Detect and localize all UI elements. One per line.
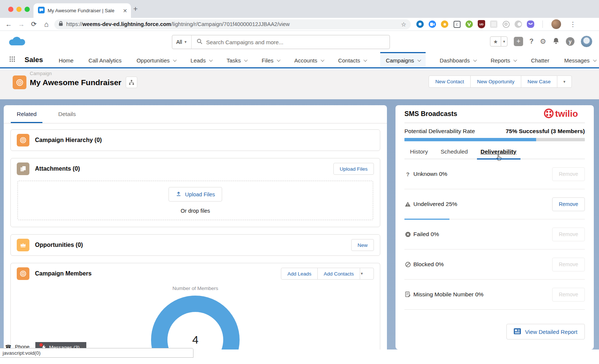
notifications-bell-icon[interactable] — [552, 37, 560, 46]
more-actions-caret-icon: ▼ — [563, 80, 566, 84]
salesforce-header: All▼ Search Campaigns and more... ★▼ + ?… — [0, 31, 599, 52]
tab-deliverability[interactable]: Deliverability — [481, 148, 517, 155]
new-contact-button[interactable]: New Contact — [429, 75, 471, 88]
new-opportunity-section-button[interactable]: New — [351, 239, 374, 251]
app-launcher-icon[interactable] — [9, 56, 15, 64]
help-icon[interactable]: ? — [529, 38, 534, 45]
extension-calendar-icon[interactable]: c — [453, 20, 461, 28]
extension-purple-icon[interactable] — [526, 20, 535, 28]
member-more-actions-button[interactable]: ▼ — [360, 268, 374, 280]
nav-item-files[interactable]: Files — [261, 52, 280, 67]
browser-tab[interactable]: My Awesome Fundraiser | Sale ✕ — [33, 3, 131, 18]
extension-grid-icon[interactable] — [490, 20, 498, 28]
campaign-hierarchy-icon — [17, 134, 29, 146]
header-actions: ★▼ + ? ⚙ y — [490, 36, 592, 47]
chevron-down-icon — [473, 58, 477, 62]
browser-menu-icon[interactable]: ⋮ — [570, 20, 576, 28]
extension-zoom-icon[interactable] — [428, 20, 436, 28]
toolbar-divider — [542, 20, 543, 28]
nav-item-messages[interactable]: Messages — [563, 52, 596, 67]
nav-item-accounts[interactable]: Accounts — [294, 52, 324, 67]
reload-icon[interactable]: ⟳ — [28, 20, 40, 28]
warning-icon — [404, 202, 411, 207]
bookmark-star-icon[interactable]: ☆ — [401, 21, 406, 28]
nav-item-opportunities[interactable]: Opportunities — [136, 52, 176, 67]
remove-button-4[interactable]: Remove — [552, 288, 585, 302]
remove-button-0[interactable]: Remove — [552, 167, 585, 181]
nav-item-chatter[interactable]: Chatter — [530, 52, 550, 67]
tab-title: My Awesome Fundraiser | Sale — [48, 8, 120, 13]
favorite-star-icon: ★ — [490, 37, 501, 46]
nav-item-tasks[interactable]: Tasks — [226, 52, 247, 67]
app-navigation-bar: Sales HomeCall AnalyticsOpportunitiesLea… — [0, 52, 599, 68]
nav-item-contacts[interactable]: Contacts — [337, 52, 367, 67]
forward-icon[interactable]: → — [15, 20, 28, 28]
home-icon[interactable]: ⌂ — [40, 20, 53, 29]
blocked-icon — [404, 262, 411, 267]
attachments-title[interactable]: Attachments (0) — [35, 165, 333, 172]
extension-target-icon[interactable] — [502, 20, 510, 28]
search-scope-selector[interactable]: All▼ — [172, 35, 192, 49]
chevron-down-icon — [277, 58, 281, 62]
quick-create-button[interactable]: + — [514, 37, 523, 46]
remove-button-3[interactable]: Remove — [552, 258, 585, 271]
deliverability-rate-value: 75% Successful (3 Members) — [506, 128, 585, 135]
chevron-down-icon — [513, 58, 517, 62]
deliverability-row-blocked: Blocked 0% Remove — [404, 249, 585, 279]
dropzone-upload-button[interactable]: Upload Files — [169, 187, 222, 202]
more-actions-button[interactable]: ▼ — [557, 75, 572, 88]
browser-profile-avatar[interactable] — [551, 19, 561, 29]
tab-scheduled[interactable]: Scheduled — [441, 148, 468, 155]
url-bar[interactable]: https://weems-dev-ed.lightning.force.com… — [54, 19, 411, 29]
extension-green-icon[interactable] — [465, 20, 473, 28]
favorites-button[interactable]: ★▼ — [490, 36, 507, 46]
extension-yellow-icon[interactable] — [441, 20, 449, 28]
failed-icon — [404, 232, 411, 237]
tab-related[interactable]: Related — [17, 105, 36, 123]
file-dropzone[interactable]: Upload Files Or drop files — [17, 181, 373, 220]
add-leads-button[interactable]: Add Leads — [281, 268, 318, 280]
nav-item-reports[interactable]: Reports — [490, 52, 517, 67]
campaign-members-title[interactable]: Campaign Members — [35, 270, 281, 277]
window-minimize-button[interactable] — [16, 7, 22, 12]
setup-gear-icon[interactable]: ⚙ — [540, 37, 546, 46]
upload-icon — [176, 191, 182, 198]
campaign-members-section: Campaign Members Add Leads Add Contacts … — [10, 263, 380, 349]
window-close-button[interactable] — [8, 7, 13, 12]
remove-button-1[interactable]: Remove — [552, 197, 585, 211]
back-icon[interactable]: ← — [2, 20, 15, 28]
new-case-button[interactable]: New Case — [521, 75, 557, 88]
add-contacts-button[interactable]: Add Contacts — [317, 268, 360, 280]
view-detailed-report-button[interactable]: View Detailed Report — [506, 324, 585, 339]
undelivered-progress-bar — [404, 219, 449, 220]
attachments-section: Attachments (0) Upload Files Upload File… — [10, 158, 380, 227]
nav-item-dashboards[interactable]: Dashboards — [439, 52, 477, 67]
upload-files-button[interactable]: Upload Files — [333, 163, 374, 175]
campaign-hierarchy-title[interactable]: Campaign Hierarchy (0) — [35, 137, 374, 144]
extension-blue-ring-icon[interactable] — [416, 20, 424, 28]
new-opportunity-button[interactable]: New Opportunity — [470, 75, 521, 88]
global-search[interactable]: All▼ Search Campaigns and more... — [172, 35, 390, 49]
nav-item-campaigns[interactable]: Campaigns — [380, 52, 426, 67]
user-avatar[interactable] — [581, 36, 592, 47]
nav-item-call-analytics[interactable]: Call Analytics — [88, 52, 122, 67]
nav-item-leads[interactable]: Leads — [190, 52, 212, 67]
page-title: My Awesome Fundraiser — [30, 78, 121, 87]
tab-close-icon[interactable]: ✕ — [123, 8, 127, 14]
window-zoom-button[interactable] — [25, 7, 30, 12]
salesforce-logo-icon[interactable] — [6, 34, 28, 51]
campaign-icon — [13, 75, 26, 89]
new-tab-button[interactable]: + — [133, 4, 138, 13]
view-hierarchy-button[interactable] — [126, 77, 137, 88]
remove-button-2[interactable]: Remove — [552, 228, 585, 241]
extension-moon-icon[interactable] — [514, 20, 522, 28]
tab-history[interactable]: History — [410, 148, 428, 155]
extension-shield-ud-icon[interactable]: UD — [477, 20, 486, 28]
y-logo-icon[interactable]: y — [566, 37, 574, 46]
opportunities-title[interactable]: Opportunities (0) — [35, 242, 351, 248]
entity-label: Campaign — [30, 71, 52, 76]
nav-item-home[interactable]: Home — [58, 52, 74, 67]
svg-text:twilio: twilio — [555, 108, 578, 118]
tab-details[interactable]: Details — [58, 105, 76, 123]
sms-broadcasts-panel: SMS Broadcasts twilio Potential Delivera… — [395, 105, 594, 349]
